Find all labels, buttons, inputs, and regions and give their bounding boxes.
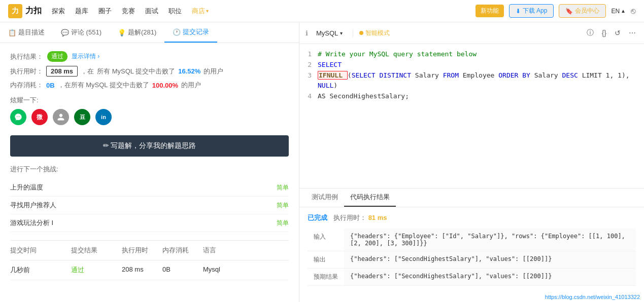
braces-icon[interactable]: {} xyxy=(600,27,608,39)
nav-explore[interactable]: 探索 xyxy=(52,7,65,16)
line-number-2: 2 xyxy=(299,60,318,70)
comment-icon: 💬 xyxy=(61,29,69,36)
col-exec-time: 执行用时 xyxy=(122,246,162,255)
line-content-4: AS SecondHighestSalary; xyxy=(318,91,644,102)
toolbar-divider xyxy=(353,29,353,37)
input-label: 输入 xyxy=(308,229,344,251)
challenge-difficulty-2: 简单 xyxy=(277,219,289,228)
time-row: 执行用时： 208 ms ，在 所有 MySQL 提交中击败了 16.52% 的… xyxy=(10,66,289,77)
challenge-difficulty-0: 简单 xyxy=(277,183,289,192)
smart-mode-dot xyxy=(359,31,363,35)
main-container: 📋 题目描述 💬 评论 (551) 💡 题解(281) 🕐 提交记录 执行结果：… xyxy=(0,22,644,302)
submission-table: 提交时间 提交结果 执行用时 内存消耗 语言 几秒前 通过 208 ms 0B … xyxy=(10,240,289,280)
memory-label: 内存消耗： xyxy=(10,81,43,90)
left-content: 执行结果： 通过 显示详情 › 执行用时： 208 ms ，在 所有 MySQL… xyxy=(0,43,299,302)
challenge-item-2: 游戏玩法分析 I 简单 xyxy=(10,214,289,232)
cell-result[interactable]: 通过 xyxy=(71,266,122,275)
result-row: 执行结果： 通过 显示详情 › xyxy=(10,51,289,62)
share-label: 炫耀一下: xyxy=(10,96,289,105)
line-content-2: SELECT xyxy=(318,60,644,70)
left-panel: 📋 题目描述 💬 评论 (551) 💡 题解(281) 🕐 提交记录 执行结果：… xyxy=(0,22,299,302)
output-label: 输出 xyxy=(308,251,344,269)
tab-exec-result[interactable]: 代码执行结果 xyxy=(344,188,396,207)
result-content: 已完成 执行用时： 81 ms 输入 {"headers": {"Employe… xyxy=(299,207,644,292)
linkedin-icon[interactable]: in xyxy=(95,109,112,125)
memory-suffix1: ，在所有 MySQL 提交中击败了 xyxy=(58,81,149,90)
nav-jobs[interactable]: 职位 xyxy=(168,7,182,16)
logo[interactable]: 力 力扣 xyxy=(8,4,42,18)
table-row: 几秒前 通过 208 ms 0B Mysql xyxy=(10,260,289,280)
tab-description[interactable]: 📋 题目描述 xyxy=(0,22,53,43)
nav-shop[interactable]: 商店 ▾ xyxy=(192,7,209,16)
code-line-1: 1 # Write your MySQL query statement bel… xyxy=(299,49,644,60)
col-result: 提交结果 xyxy=(71,246,122,255)
col-lang: 语言 xyxy=(203,246,244,255)
code-line-2: 2 SELECT xyxy=(299,60,644,70)
result-table: 输入 {"headers": {"Employee": ["Id", "Sala… xyxy=(308,229,636,286)
top-nav: 力 力扣 探索 题库 圈子 竞赛 面试 职位 商店 ▾ 新功能 ⬇ 下载 App… xyxy=(0,0,644,22)
expand-icon[interactable]: ⋯ xyxy=(627,27,638,39)
time-suffix3: 的用户 xyxy=(204,67,223,76)
output-value: {"headers": ["SecondHighestSalary"], "va… xyxy=(344,251,636,269)
download-icon: ⬇ xyxy=(516,8,521,15)
tab-comments[interactable]: 💬 评论 (551) xyxy=(53,22,110,43)
smart-mode-toggle[interactable]: 智能模式 xyxy=(359,29,390,37)
weibo-icon[interactable]: 微 xyxy=(31,109,48,125)
left-tabs: 📋 题目描述 💬 评论 (551) 💡 题解(281) 🕐 提交记录 xyxy=(0,22,299,43)
tab-test-case[interactable]: 测试用例 xyxy=(306,188,344,207)
language-select[interactable]: MySQL ▾ xyxy=(312,27,347,39)
challenge-title-2[interactable]: 游戏玩法分析 I xyxy=(10,218,53,228)
table-header: 提交时间 提交结果 执行用时 内存消耗 语言 xyxy=(10,241,289,260)
nav-left: 力 力扣 探索 题库 圈子 竞赛 面试 职位 商店 ▾ xyxy=(8,4,209,18)
logout-icon[interactable]: ⎋ xyxy=(631,7,636,16)
vip-icon: 🔖 xyxy=(565,8,573,15)
col-time: 提交时间 xyxy=(10,246,71,255)
vip-button[interactable]: 🔖 会员中心 xyxy=(559,4,606,18)
logo-text: 力扣 xyxy=(25,6,42,16)
nav-contest[interactable]: 竞赛 xyxy=(122,7,135,16)
time-value-box: 208 ms xyxy=(46,66,78,77)
download-button[interactable]: ⬇ 下载 App xyxy=(509,4,554,18)
time-percent: 16.52% xyxy=(178,67,200,75)
info-toolbar-icon[interactable]: ⓘ xyxy=(585,26,596,40)
challenge-title-0[interactable]: 上升的温度 xyxy=(10,183,43,192)
language-selector[interactable]: EN ▲ xyxy=(611,8,626,15)
nav-problems[interactable]: 题库 xyxy=(75,7,88,16)
code-editor[interactable]: 1 # Write your MySQL query statement bel… xyxy=(299,44,644,188)
show-detail-link[interactable]: 显示详情 › xyxy=(72,52,99,61)
challenge-item-0: 上升的温度 简单 xyxy=(10,179,289,197)
nav-interview[interactable]: 面试 xyxy=(145,7,158,16)
result-row-input: 输入 {"headers": {"Employee": ["Id", "Sala… xyxy=(308,229,636,251)
memory-row: 内存消耗： 0B ，在所有 MySQL 提交中击败了 100.00% 的用户 xyxy=(10,81,289,90)
exec-time-value: 81 ms xyxy=(368,214,387,221)
write-solution-button[interactable]: ✏ 写题解，分享我的解题思路 xyxy=(10,135,289,157)
right-panel: ℹ MySQL ▾ 智能模式 ⓘ {} ↺ ⋯ 1 # Write your M… xyxy=(299,22,644,302)
memory-suffix2: 的用户 xyxy=(181,81,201,90)
result-status-row: 已完成 执行用时： 81 ms xyxy=(308,213,636,222)
tab-submissions[interactable]: 🕐 提交记录 xyxy=(164,22,217,43)
input-value: {"headers": {"Employee": ["Id", "Salary"… xyxy=(344,229,636,251)
challenge-item-1: 寻找用户推荐人 简单 xyxy=(10,197,289,214)
refresh-icon[interactable]: ↺ xyxy=(613,27,623,39)
expected-value: {"headers": ["SecondHighestSalary"], "va… xyxy=(344,269,636,286)
cell-lang: Mysql xyxy=(203,266,244,275)
challenge-title-1[interactable]: 寻找用户推荐人 xyxy=(10,201,56,210)
completed-badge: 已完成 xyxy=(308,213,327,222)
time-suffix1: ，在 xyxy=(81,67,94,76)
nav-right: 新功能 ⬇ 下载 App 🔖 会员中心 EN ▲ ⎋ xyxy=(476,4,636,18)
result-row-output: 输出 {"headers": ["SecondHighestSalary"], … xyxy=(308,251,636,269)
info-icon: ℹ xyxy=(306,29,308,37)
cell-exec-time: 208 ms xyxy=(122,266,162,275)
nav-circle[interactable]: 圈子 xyxy=(98,7,112,16)
person-icon[interactable] xyxy=(53,109,69,125)
new-feature-button[interactable]: 新功能 xyxy=(476,5,504,17)
cell-time: 几秒前 xyxy=(10,266,71,275)
description-icon: 📋 xyxy=(8,29,16,36)
tab-solutions[interactable]: 💡 题解(281) xyxy=(110,22,164,43)
line-number-4: 4 xyxy=(299,91,318,102)
lang-dropdown-icon: ▾ xyxy=(340,30,343,36)
line-content-3: IFNULL (SELECT DISTINCT Salary FROM Empl… xyxy=(318,70,644,92)
wechat-icon[interactable] xyxy=(10,109,26,125)
douban-icon[interactable]: 豆 xyxy=(74,109,90,125)
line-content-1: # Write your MySQL query statement below xyxy=(318,49,644,60)
